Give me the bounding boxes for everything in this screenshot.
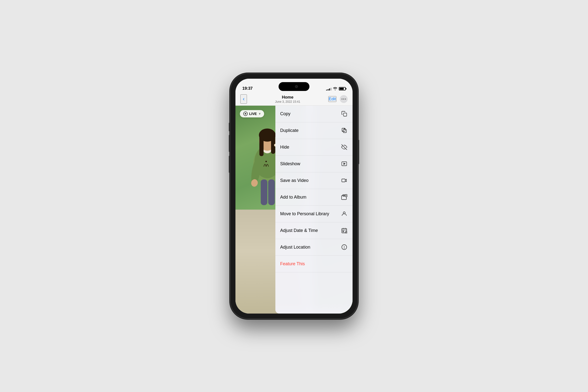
duplicate-icon <box>341 127 348 134</box>
slideshow-label: Slideshow <box>280 161 300 166</box>
adjust-date-time-label: Adjust Date & Time <box>280 228 318 233</box>
power-button[interactable] <box>358 140 359 164</box>
svg-rect-8 <box>260 135 264 156</box>
edit-button[interactable]: Edit <box>328 96 336 102</box>
menu-item-hide[interactable]: Hide <box>275 139 352 156</box>
live-chevron: ∨ <box>259 112 261 115</box>
status-icons <box>326 87 346 91</box>
svg-point-2 <box>345 98 346 100</box>
adjust-location-label: Adjust Location <box>280 245 310 250</box>
svg-point-0 <box>341 98 342 100</box>
svg-point-17 <box>265 160 267 162</box>
hide-label: Hide <box>280 145 289 150</box>
slideshow-icon <box>341 160 348 167</box>
phone-screen: 19:37 <box>236 79 352 314</box>
svg-rect-19 <box>343 130 346 133</box>
svg-point-1 <box>343 98 344 100</box>
menu-item-adjust-location[interactable]: Adjust Location <box>275 239 352 256</box>
status-time: 19:37 <box>242 86 253 91</box>
save-as-video-label: Save as Video <box>280 178 309 183</box>
nav-center: Home June 3, 2022 15:41 <box>275 95 300 104</box>
volume-up-button[interactable] <box>229 135 230 152</box>
phone-device: 19:37 <box>230 74 358 319</box>
battery-fill <box>339 88 344 90</box>
menu-item-slideshow[interactable]: Slideshow <box>275 156 352 172</box>
hide-icon <box>341 144 348 150</box>
svg-rect-14 <box>261 179 267 205</box>
nav-subtitle: June 3, 2022 15:41 <box>275 100 300 104</box>
feature-this-label: Feature This <box>280 261 305 266</box>
duplicate-label: Duplicate <box>280 128 299 133</box>
feature-this-icon <box>341 260 348 267</box>
svg-rect-18 <box>343 113 347 116</box>
adjust-location-icon <box>341 244 348 250</box>
svg-rect-39 <box>343 231 344 232</box>
nav-right-actions: Edit <box>328 95 348 103</box>
add-to-album-label: Add to Album <box>280 195 306 200</box>
battery-icon <box>339 87 346 90</box>
more-button[interactable] <box>340 95 348 103</box>
copy-label: Copy <box>280 111 291 116</box>
signal-icon <box>326 87 331 90</box>
menu-item-duplicate[interactable]: Duplicate <box>275 122 352 139</box>
menu-item-adjust-date-time[interactable]: Adjust Date & Time <box>275 222 352 239</box>
menu-item-move-to-personal-library[interactable]: Move to Personal Library <box>275 206 352 222</box>
live-badge[interactable]: LIVE ∨ <box>240 110 264 118</box>
mute-button[interactable] <box>229 122 230 132</box>
nav-title: Home <box>275 95 300 100</box>
move-to-personal-library-label: Move to Personal Library <box>280 211 329 216</box>
content-area: LIVE ∨ Copy Duplicate <box>236 106 352 314</box>
svg-point-34 <box>343 212 345 214</box>
svg-point-45 <box>344 248 344 248</box>
menu-bottom-fade <box>275 304 352 314</box>
context-menu: Copy Duplicate <box>275 106 352 314</box>
adjust-date-time-icon <box>341 227 348 234</box>
volume-down-button[interactable] <box>229 156 230 173</box>
svg-rect-15 <box>268 179 275 205</box>
back-button[interactable]: ‹ <box>240 94 247 104</box>
save-as-video-icon <box>341 177 348 184</box>
wifi-icon <box>333 87 337 91</box>
camera-dot <box>295 85 298 88</box>
move-to-personal-library-icon <box>341 210 348 217</box>
menu-item-copy[interactable]: Copy <box>275 106 352 122</box>
live-label: LIVE <box>249 112 257 116</box>
svg-marker-27 <box>344 163 345 164</box>
menu-item-add-to-album[interactable]: Add to Album <box>275 189 352 206</box>
copy-icon <box>341 110 348 117</box>
live-circle-icon <box>243 112 248 116</box>
svg-rect-28 <box>342 179 345 182</box>
navigation-bar: ‹ Home June 3, 2022 15:41 Edit <box>236 93 352 106</box>
menu-item-save-as-video[interactable]: Save as Video <box>275 172 352 189</box>
dynamic-island <box>279 82 309 91</box>
menu-item-feature-this[interactable]: Feature This <box>275 256 352 272</box>
add-to-album-icon <box>341 194 348 200</box>
